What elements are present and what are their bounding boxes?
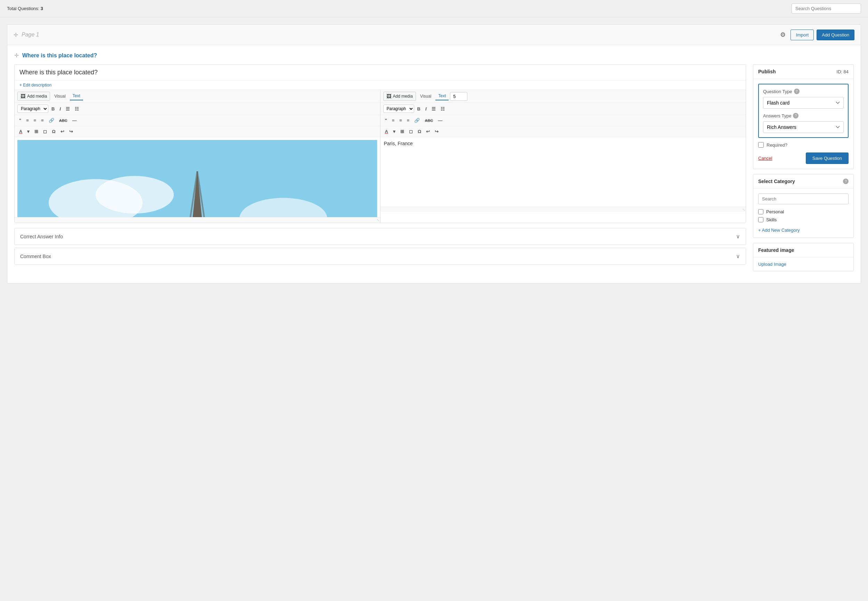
answer-table-button[interactable]: ⊞ xyxy=(398,128,406,135)
question-blockquote-button[interactable]: " xyxy=(17,117,23,124)
svg-point-2 xyxy=(96,176,174,214)
question-ol-button[interactable]: ☷ xyxy=(73,105,81,113)
top-bar: Total Questions: 3 xyxy=(0,0,868,17)
category-search-input[interactable] xyxy=(758,194,848,204)
eiffel-tower-image xyxy=(17,140,377,217)
upload-image-link[interactable]: Upload Image xyxy=(753,258,853,271)
required-row: Required? xyxy=(758,142,848,148)
content-layout: Where is this place located? + Edit desc… xyxy=(14,64,854,276)
question-redo-button[interactable]: ↪ xyxy=(67,128,75,135)
answer-paragraph-select[interactable]: Paragraph xyxy=(383,105,414,113)
answer-bold-button[interactable]: B xyxy=(416,105,422,113)
answer-italic-button[interactable]: I xyxy=(424,105,429,113)
question-paragraph-select[interactable]: Paragraph xyxy=(17,105,48,113)
category-skills-checkbox[interactable] xyxy=(758,217,763,222)
question-omega-button[interactable]: Ω xyxy=(50,128,57,135)
question-editor-content[interactable] xyxy=(15,137,380,217)
answer-eraser-button[interactable]: ◻ xyxy=(407,128,415,135)
question-box-title: Where is this place located? xyxy=(15,65,746,81)
question-strikethrough-button[interactable]: ABC xyxy=(57,117,69,124)
sidebar-area: Publish ID: 84 Question Type ? xyxy=(753,64,854,276)
featured-image-panel: Featured image Upload Image xyxy=(753,243,854,272)
question-link-button[interactable]: 🔗 xyxy=(47,117,56,124)
question-add-media-button[interactable]: 🖼 Add media xyxy=(17,92,50,101)
answer-redo-button[interactable]: ↪ xyxy=(433,128,440,135)
category-list: Personal Skills xyxy=(758,208,848,224)
drag-handle-icon[interactable]: ✛ xyxy=(14,32,18,38)
answer-add-media-button[interactable]: 🖼 Add media xyxy=(383,92,416,101)
answer-hr-button[interactable]: — xyxy=(436,117,444,124)
save-question-button[interactable]: Save Question xyxy=(806,153,848,164)
answer-blockquote-button[interactable]: " xyxy=(383,117,389,124)
question-bold-button[interactable]: B xyxy=(50,105,56,113)
answer-align-left-button[interactable]: ≡ xyxy=(390,117,397,124)
question-box: Where is this place located? + Edit desc… xyxy=(14,64,746,223)
answer-visual-tab[interactable]: Visual xyxy=(417,92,434,100)
page-block: ✛ Page 1 ⚙ Import Add Question ✛ Where i… xyxy=(7,24,861,284)
answer-editor-panel: 🖼 Add media Visual Text xyxy=(380,90,746,223)
question-italic-button[interactable]: I xyxy=(58,105,63,113)
question-align-center-button[interactable]: ≡ xyxy=(32,117,38,124)
answers-type-label: Answers Type xyxy=(763,113,791,119)
question-dropdown-button[interactable]: ▾ xyxy=(25,128,31,135)
answer-ol-button[interactable]: ☷ xyxy=(439,105,447,113)
gear-icon: ⚙ xyxy=(780,31,786,38)
question-hr-button[interactable]: — xyxy=(70,117,79,124)
answer-link-button[interactable]: 🔗 xyxy=(412,117,421,124)
edit-description-link[interactable]: + Edit description xyxy=(15,81,56,90)
answer-toolbar-row2: Paragraph B I ☰ ☷ xyxy=(380,103,746,115)
answer-undo-button[interactable]: ↩ xyxy=(424,128,432,135)
cancel-button[interactable]: Cancel xyxy=(758,156,772,161)
correct-answer-accordion-header[interactable]: Correct Answer Info ∨ xyxy=(15,228,746,244)
add-category-link[interactable]: + Add New Category xyxy=(758,227,800,233)
answer-ul-button[interactable]: ☰ xyxy=(430,105,438,113)
question-eraser-button[interactable]: ◻ xyxy=(41,128,49,135)
answer-text: Paris, France xyxy=(380,137,746,207)
required-checkbox[interactable] xyxy=(758,142,764,148)
list-item: Personal xyxy=(758,208,848,216)
answer-toolbar-row3: " ≡ ≡ ≡ 🔗 ABC — xyxy=(380,115,746,126)
answer-media-icon: 🖼 xyxy=(386,93,391,99)
page-header-left: ✛ Page 1 xyxy=(14,32,39,38)
publish-id: ID: 84 xyxy=(836,69,848,74)
category-personal-checkbox[interactable] xyxy=(758,209,763,214)
answers-type-select[interactable]: Rich Answers Simple Answers xyxy=(763,121,844,133)
list-item: Skills xyxy=(758,216,848,224)
question-editor-resize[interactable]: ⤡ xyxy=(15,217,380,223)
answer-omega-button[interactable]: Ω xyxy=(416,128,423,135)
question-visual-tab[interactable]: Visual xyxy=(52,92,68,100)
question-text-tab[interactable]: Text xyxy=(70,92,83,101)
add-question-button[interactable]: Add Question xyxy=(816,29,854,40)
question-drag-icon[interactable]: ✛ xyxy=(14,52,19,59)
question-align-left-button[interactable]: ≡ xyxy=(24,117,31,124)
answer-align-center-button[interactable]: ≡ xyxy=(398,117,404,124)
answer-editor-resize[interactable]: ⤡ xyxy=(380,207,746,212)
answer-editor-content[interactable]: Paris, France xyxy=(380,137,746,207)
import-button[interactable]: Import xyxy=(790,29,814,40)
answer-align-right-button[interactable]: ≡ xyxy=(405,117,412,124)
page-title: Page 1 xyxy=(21,32,39,38)
question-type-select[interactable]: Flash card Multiple Choice True/False Sh… xyxy=(763,97,844,109)
answers-type-help-icon[interactable]: ? xyxy=(793,113,798,119)
question-ul-button[interactable]: ☰ xyxy=(64,105,72,113)
correct-answer-accordion: Correct Answer Info ∨ xyxy=(14,228,746,245)
question-align-right-button[interactable]: ≡ xyxy=(39,117,46,124)
answer-strikethrough-button[interactable]: ABC xyxy=(423,117,435,124)
question-undo-button[interactable]: ↩ xyxy=(59,128,66,135)
comment-box-accordion-header[interactable]: Comment Box ∨ xyxy=(15,248,746,264)
question-type-label: Question Type xyxy=(763,89,792,94)
question-type-help-icon[interactable]: ? xyxy=(794,88,799,94)
question-toolbar-row3: " ≡ ≡ ≡ 🔗 ABC — xyxy=(15,115,380,126)
answer-text-tab[interactable]: Text xyxy=(435,92,448,101)
publish-panel-body: Question Type ? Flash card Multiple Choi… xyxy=(753,79,853,169)
required-label: Required? xyxy=(767,142,787,148)
category-help-icon[interactable]: ? xyxy=(843,178,848,184)
answer-dropdown-button[interactable]: ▾ xyxy=(391,128,397,135)
answer-number-input[interactable] xyxy=(450,92,467,101)
search-questions-input[interactable] xyxy=(792,3,861,14)
question-table-button[interactable]: ⊞ xyxy=(33,128,40,135)
category-panel-header: Select Category ? xyxy=(753,174,853,189)
question-text-color-button[interactable]: A xyxy=(17,128,24,135)
settings-button[interactable]: ⚙ xyxy=(778,29,788,41)
answer-text-color-button[interactable]: A xyxy=(383,128,390,135)
